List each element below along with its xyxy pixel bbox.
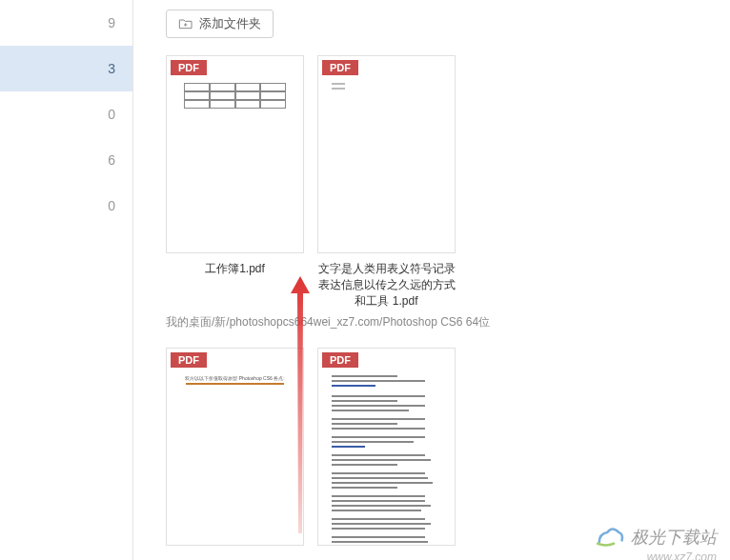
file-thumbnail: PDF 双方以以下价值取得原型 Photoshop CS6 各点:: [166, 348, 304, 546]
file-card[interactable]: PDF 双方以以下价值取得原型 Photoshop CS6 各点:: [166, 348, 304, 546]
sidebar: 9 3 0 6 0: [0, 0, 133, 560]
file-thumbnail: PDF: [317, 348, 456, 546]
table-preview: [184, 83, 286, 109]
sidebar-count: 0: [108, 198, 115, 213]
file-grid: PDF 工作簿1.pdf PDF: [149, 48, 715, 309]
doc-title-line: 双方以以下价值取得原型 Photoshop CS6 各点:: [174, 375, 295, 381]
sidebar-item-3[interactable]: 6: [0, 137, 132, 183]
add-folder-label: 添加文件夹: [199, 15, 261, 32]
file-name: 文字是人类用表义符号记录表达信息以传之久远的方式和工具 1.pdf: [317, 261, 456, 309]
watermark: 极光下载站 www.xz7.com: [593, 524, 717, 550]
doc-link-line: [186, 383, 284, 385]
sidebar-count: 9: [108, 15, 115, 30]
breadcrumb: 我的桌面/新/photoshopcs664wei_xz7.com/Photosh…: [149, 309, 715, 340]
sidebar-item-0[interactable]: 9: [0, 0, 132, 46]
watermark-logo-icon: [593, 524, 625, 550]
watermark-text: 极光下载站: [631, 526, 717, 549]
sidebar-item-2[interactable]: 0: [0, 91, 132, 137]
sidebar-count: 0: [108, 107, 115, 122]
watermark-url: www.xz7.com: [647, 550, 717, 560]
file-card[interactable]: PDF 文字是人类用表义符号记录表达信息以传之久远的方式和工具 1.pdf: [317, 55, 456, 309]
sidebar-count: 3: [108, 61, 115, 76]
main-area: 添加文件夹 PDF 工作簿1.pdf: [133, 0, 730, 560]
doc-preview: [318, 349, 455, 546]
toolbar: 添加文件夹: [166, 0, 715, 48]
folder-plus-icon: [178, 17, 193, 30]
file-name: 工作簿1.pdf: [205, 261, 265, 277]
pdf-badge: PDF: [322, 60, 358, 75]
sidebar-count: 6: [108, 152, 115, 168]
file-card[interactable]: PDF: [317, 348, 456, 546]
file-grid-2: PDF 双方以以下价值取得原型 Photoshop CS6 各点: PDF: [149, 340, 715, 546]
file-card[interactable]: PDF 工作簿1.pdf: [166, 55, 304, 309]
add-folder-button[interactable]: 添加文件夹: [166, 10, 274, 38]
pdf-badge: PDF: [322, 352, 358, 368]
sidebar-item-4[interactable]: 0: [0, 183, 132, 229]
file-thumbnail: PDF: [317, 55, 456, 253]
pdf-badge: PDF: [171, 60, 207, 75]
pdf-badge: PDF: [171, 352, 207, 368]
sidebar-item-1[interactable]: 3: [0, 46, 132, 91]
file-thumbnail: PDF: [166, 55, 304, 253]
